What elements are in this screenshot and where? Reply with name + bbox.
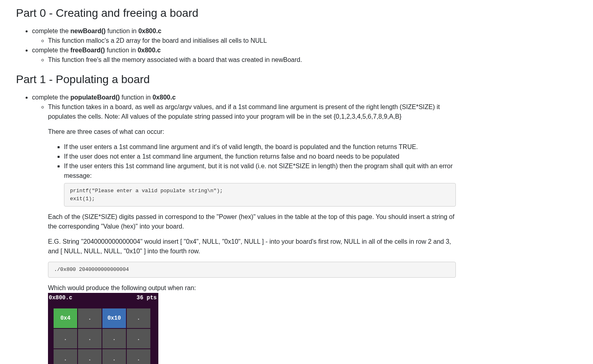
para2: Each of the (SIZE*SIZE) digits passed in… [48,212,456,231]
part1-list: complete the populateBoard() function in… [16,93,456,364]
error-code-block: printf("Please enter a valid populate st… [64,183,456,207]
game-cell: . [78,308,102,328]
text: complete the [32,47,70,54]
para3: E.G. String "2040000000000004" would ins… [48,237,456,256]
game-cell: . [54,329,77,348]
case3: If the user enters this 1st command line… [64,161,456,207]
game-cell: . [54,349,77,364]
case3-text: If the user enters this 1st command line… [64,163,453,179]
text: complete the [32,94,70,101]
new-board-fn: newBoard() [70,28,106,34]
part0-item1-sub: This function malloc's a 2D array for th… [48,36,456,46]
game-cell: . [127,349,150,364]
output-caption: Which would produce the following output… [48,283,456,293]
game-cell: . [102,329,126,348]
game-cell: . [78,329,102,348]
part0-list: complete the newBoard() function in 0x80… [16,26,456,65]
game-cell: . [127,308,150,328]
game-header: 0x800.c 36 pts [48,293,158,303]
cases-intro: There are three cases of what can occur: [48,127,456,137]
part1-desc-item: This function takes in a board, as well … [48,102,456,364]
filename: 0x800.c [138,47,161,54]
game-cell: . [102,349,126,364]
text: function in [120,94,153,101]
game-cell: . [127,329,150,348]
part1-desc: This function takes in a board, as well … [48,103,440,120]
game-cell: . [78,349,102,364]
case2: If the user does not enter a 1st command… [64,152,456,161]
game-output: 0x800.c 36 pts 0x4.0x10............0x10 … [48,293,158,364]
text: complete the [32,28,70,34]
part0-heading: Part 0 - Creating and freeing a board [16,5,456,22]
game-title: 0x800.c [49,294,72,302]
filename: 0x800.c [138,28,162,34]
case1: If the user enters a 1st command line ar… [64,142,456,152]
part1-heading: Part 1 - Populating a board [16,71,456,88]
text: function in [106,28,138,34]
part0-item2: complete the freeBoard() function in 0x8… [32,46,456,65]
filename: 0x800.c [152,94,176,101]
text: function in [105,47,138,54]
game-cell: 0x4 [54,308,77,328]
part0-item1: complete the newBoard() function in 0x80… [32,26,456,46]
cases-list: If the user enters a 1st command line ar… [48,142,456,207]
free-board-fn: freeBoard() [70,47,105,54]
game-cell: 0x10 [102,308,126,328]
part1-item1: complete the populateBoard() function in… [32,93,456,364]
populate-board-fn: populateBoard() [70,94,120,101]
game-grid: 0x4.0x10............0x10 [54,308,153,364]
run-code-block: ./0x800 2040000000000004 [48,262,456,278]
game-points: 36 pts [137,294,157,302]
part0-item2-sub: This function free's all the memory asso… [48,55,456,65]
